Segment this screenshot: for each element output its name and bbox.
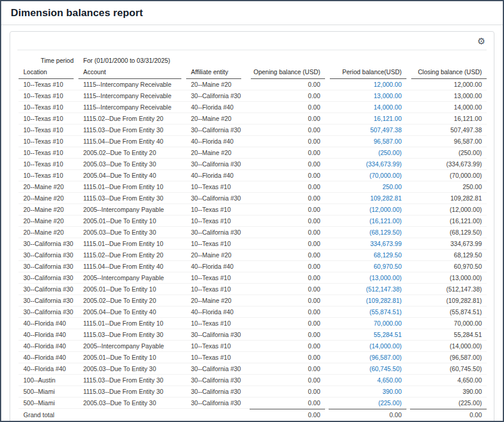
opening-balance-cell: 0.00 bbox=[246, 159, 325, 170]
table-row: 30--California #302005.01--Due To Entity… bbox=[19, 284, 487, 295]
opening-balance-cell: 0.00 bbox=[246, 113, 325, 125]
grand-total-spacer bbox=[78, 409, 186, 422]
location-cell: 10--Texas #10 bbox=[19, 125, 78, 136]
closing-balance-cell: 109,282.81 bbox=[406, 193, 487, 204]
period-balance-cell: 12,000.00 bbox=[325, 79, 406, 90]
period-balance-link[interactable]: (96,587.00) bbox=[369, 354, 402, 361]
affiliate-entity-cell: 20--Maine #20 bbox=[186, 79, 246, 90]
period-balance-link[interactable]: (225.00) bbox=[378, 399, 402, 406]
period-balance-link[interactable]: 12,000.00 bbox=[374, 81, 402, 88]
opening-balance-cell: 0.00 bbox=[246, 170, 325, 181]
period-balance-link[interactable]: 390.00 bbox=[382, 388, 402, 395]
period-balance-link[interactable]: (70,000.00) bbox=[369, 172, 402, 179]
period-balance-link[interactable]: (512,147.38) bbox=[366, 286, 402, 293]
closing-balance-cell: (55,874.51) bbox=[406, 306, 487, 318]
account-cell: 1115.02--Due From Entity 20 bbox=[78, 113, 186, 125]
table-row: 40--Florida #401115.01--Due From Entity … bbox=[19, 318, 487, 329]
opening-balance-cell: 0.00 bbox=[246, 181, 325, 193]
period-balance-link[interactable]: (13,000.00) bbox=[369, 274, 402, 281]
affiliate-entity-cell: 30--California #30 bbox=[186, 386, 246, 397]
period-balance-link[interactable]: 60,970.50 bbox=[374, 263, 402, 270]
location-cell: 30--California #30 bbox=[19, 238, 78, 250]
opening-balance-cell: 0.00 bbox=[246, 136, 325, 147]
period-balance-link[interactable]: 334,673.99 bbox=[370, 240, 402, 247]
closing-balance-cell: 16,121.00 bbox=[406, 113, 487, 125]
location-cell: 500--Miami bbox=[19, 386, 78, 397]
period-balance-link[interactable]: 14,000.00 bbox=[374, 104, 402, 111]
period-balance-cell: 250.00 bbox=[325, 181, 406, 193]
period-balance-link[interactable]: 4,650.00 bbox=[377, 377, 402, 384]
period-balance-link[interactable]: (16,121.00) bbox=[369, 217, 402, 224]
gear-icon[interactable]: ⚙ bbox=[478, 37, 485, 45]
table-row: 20--Maine #202005--Intercompany Payable1… bbox=[19, 204, 487, 215]
account-cell: 1115.01--Due From Entity 10 bbox=[78, 181, 186, 193]
period-balance-cell: (16,121.00) bbox=[325, 215, 406, 227]
closing-balance-cell: (96,587.00) bbox=[406, 352, 487, 363]
column-header-account: Account bbox=[78, 67, 186, 79]
opening-balance-cell: 0.00 bbox=[246, 227, 325, 238]
affiliate-entity-cell: 30--California #30 bbox=[186, 159, 246, 170]
account-cell: 1115.03--Due From Entity 30 bbox=[78, 125, 186, 136]
period-balance-link[interactable]: 70,000.00 bbox=[374, 320, 402, 327]
period-balance-link[interactable]: (334,673.99) bbox=[366, 160, 402, 168]
closing-balance-cell: (60,745.50) bbox=[406, 363, 487, 375]
affiliate-entity-cell: 30--California #30 bbox=[186, 125, 246, 136]
opening-balance-cell: 0.00 bbox=[246, 147, 325, 159]
location-cell: 30--California #30 bbox=[19, 261, 78, 272]
table-row: 10--Texas #101115.02--Due From Entity 20… bbox=[19, 113, 487, 125]
opening-balance-cell: 0.00 bbox=[246, 261, 325, 272]
period-balance-link[interactable]: (12,000.00) bbox=[369, 206, 402, 213]
period-balance-link[interactable]: 96,587.00 bbox=[374, 138, 402, 145]
affiliate-entity-cell: 30--California #30 bbox=[186, 375, 246, 386]
closing-balance-cell: 4,650.00 bbox=[406, 375, 487, 386]
period-balance-link[interactable]: 16,121.00 bbox=[374, 115, 402, 122]
period-balance-cell: (109,282.81) bbox=[325, 295, 406, 306]
table-row: 30--California #302005.02--Due To Entity… bbox=[19, 295, 487, 306]
location-cell: 30--California #30 bbox=[19, 306, 78, 318]
period-balance-link[interactable]: 250.00 bbox=[382, 183, 402, 190]
period-balance-link[interactable]: (14,000.00) bbox=[369, 342, 402, 350]
account-cell: 1115.04--Due From Entity 40 bbox=[78, 136, 186, 147]
closing-balance-cell: (334,673.99) bbox=[406, 159, 487, 170]
period-balance-cell: 13,000.00 bbox=[325, 90, 406, 102]
opening-balance-cell: 0.00 bbox=[246, 102, 325, 113]
affiliate-entity-cell: 20--Maine #20 bbox=[186, 113, 246, 125]
location-cell: 30--California #30 bbox=[19, 284, 78, 295]
period-balance-link[interactable]: (109,282.81) bbox=[366, 297, 402, 304]
period-balance-link[interactable]: 68,129.50 bbox=[374, 251, 402, 259]
account-cell: 1115--Intercompany Receivable bbox=[78, 102, 186, 113]
table-row: 500--Miami2005.03--Due To Entity 3030--C… bbox=[19, 397, 487, 409]
period-balance-link[interactable]: 55,284.51 bbox=[374, 331, 402, 338]
time-period-row: Time period For (01/01/2000 to 03/31/202… bbox=[19, 54, 487, 67]
account-cell: 2005.01--Due To Entity 10 bbox=[78, 352, 186, 363]
column-header-period-balance: Period balance(USD) bbox=[325, 67, 406, 79]
closing-balance-cell: (225.00) bbox=[406, 397, 487, 409]
period-balance-link[interactable]: (250.00) bbox=[378, 149, 402, 156]
period-balance-link[interactable]: 13,000.00 bbox=[374, 92, 402, 99]
period-balance-cell: (12,000.00) bbox=[325, 204, 406, 215]
grand-total-spacer bbox=[186, 409, 246, 422]
account-cell: 2005--Intercompany Payable bbox=[78, 341, 186, 352]
account-cell: 1115.03--Due From Entity 30 bbox=[78, 386, 186, 397]
period-balance-link[interactable]: (68,129.50) bbox=[369, 229, 402, 236]
period-balance-link[interactable]: (60,745.50) bbox=[369, 365, 402, 372]
closing-balance-cell: (512,147.38) bbox=[406, 284, 487, 295]
closing-balance-cell: (12,000.00) bbox=[406, 204, 487, 215]
account-cell: 2005.02--Due To Entity 20 bbox=[78, 295, 186, 306]
affiliate-entity-cell: 10--Texas #10 bbox=[186, 181, 246, 193]
period-balance-link[interactable]: 109,282.81 bbox=[370, 195, 402, 202]
report-window: Dimension balances report ⚙ Time period … bbox=[0, 0, 504, 422]
period-balance-link[interactable]: 507,497.38 bbox=[370, 126, 402, 133]
opening-balance-cell: 0.00 bbox=[246, 90, 325, 102]
table-row: 20--Maine #202005.01--Due To Entity 1010… bbox=[19, 215, 487, 227]
balances-table: Time period For (01/01/2000 to 03/31/202… bbox=[19, 54, 487, 421]
period-balance-link[interactable]: (55,874.51) bbox=[369, 308, 402, 315]
period-balance-cell: 70,000.00 bbox=[325, 318, 406, 329]
location-cell: 10--Texas #10 bbox=[19, 136, 78, 147]
table-row: 20--Maine #201115.01--Due From Entity 10… bbox=[19, 181, 487, 193]
opening-balance-cell: 0.00 bbox=[246, 397, 325, 409]
opening-balance-cell: 0.00 bbox=[246, 238, 325, 250]
account-cell: 1115--Intercompany Receivable bbox=[78, 90, 186, 102]
location-cell: 20--Maine #20 bbox=[19, 227, 78, 238]
period-balance-cell: (334,673.99) bbox=[325, 159, 406, 170]
